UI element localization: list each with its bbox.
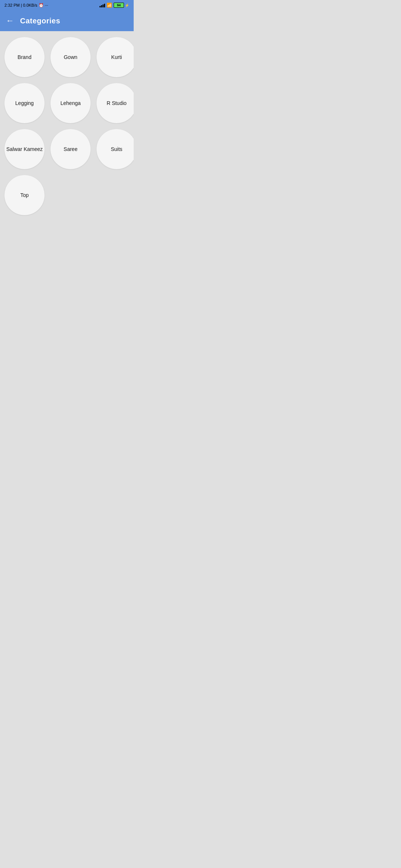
back-button[interactable]: ← — [6, 17, 14, 25]
category-circle-legging[interactable]: Legging — [4, 83, 45, 123]
alarm-icon: ⏰ — [39, 3, 44, 7]
category-label-saree: Saree — [62, 145, 79, 154]
app-bar: ← Categories — [0, 10, 134, 31]
signal-bar-3 — [102, 4, 104, 7]
category-circle-top[interactable]: Top — [4, 175, 45, 215]
category-label-top: Top — [19, 191, 30, 200]
category-circle-suits[interactable]: Suits — [97, 129, 134, 169]
signal-icon — [100, 3, 105, 7]
charging-icon: ⚡ — [125, 3, 129, 7]
battery-level: 94 — [114, 3, 124, 8]
category-item-gown: Gown — [50, 37, 91, 77]
category-label-lehenga: Lehenga — [59, 99, 82, 108]
category-circle-saree[interactable]: Saree — [50, 129, 91, 169]
category-circle-salwar-kameez[interactable]: Salwar Kameez — [4, 129, 45, 169]
status-time: 2:32 PM — [4, 3, 20, 7]
category-item-legging: Legging — [4, 83, 45, 123]
category-circle-brand[interactable]: Brand — [4, 37, 45, 77]
category-item-kurti: Kurti — [97, 37, 134, 77]
category-label-r-studio: R Studio — [105, 99, 128, 108]
category-item-suits: Suits — [97, 129, 134, 169]
status-bar: 2:32 PM | 0.0KB/s ⏰ ··· 📶 94 ⚡ — [0, 0, 134, 10]
status-right-icons: 📶 94 ⚡ — [100, 3, 129, 8]
category-label-kurti: Kurti — [110, 53, 124, 62]
categories-grid: BrandGownKurtiLeggingLehengaR StudioSalw… — [0, 31, 134, 175]
category-item-r-studio: R Studio — [97, 83, 134, 123]
category-circle-gown[interactable]: Gown — [50, 37, 91, 77]
wifi-icon: 📶 — [107, 3, 112, 8]
page-title: Categories — [20, 17, 60, 25]
category-label-brand: Brand — [16, 53, 33, 62]
category-label-suits: Suits — [109, 145, 124, 154]
category-label-salwar-kameez: Salwar Kameez — [5, 145, 44, 154]
dots-icon: ··· — [45, 3, 48, 7]
category-item-lehenga: Lehenga — [50, 83, 91, 123]
category-circle-r-studio[interactable]: R Studio — [97, 83, 134, 123]
category-label-legging: Legging — [14, 99, 35, 108]
category-item-saree: Saree — [50, 129, 91, 169]
category-item-brand: Brand — [4, 37, 45, 77]
category-item-salwar-kameez: Salwar Kameez — [4, 129, 45, 169]
status-time-network: 2:32 PM | 0.0KB/s ⏰ ··· — [4, 3, 48, 8]
status-network: 0.0KB/s — [23, 3, 38, 7]
signal-bar-2 — [101, 5, 102, 7]
signal-bar-4 — [104, 4, 105, 7]
signal-bar-1 — [100, 6, 101, 7]
battery-container: 94 ⚡ — [114, 3, 129, 8]
category-label-gown: Gown — [62, 53, 79, 62]
categories-last-row: Top — [0, 175, 134, 221]
category-circle-lehenga[interactable]: Lehenga — [50, 83, 91, 123]
category-item-top: Top — [4, 175, 45, 215]
bottom-space — [0, 221, 134, 332]
category-circle-kurti[interactable]: Kurti — [97, 37, 134, 77]
